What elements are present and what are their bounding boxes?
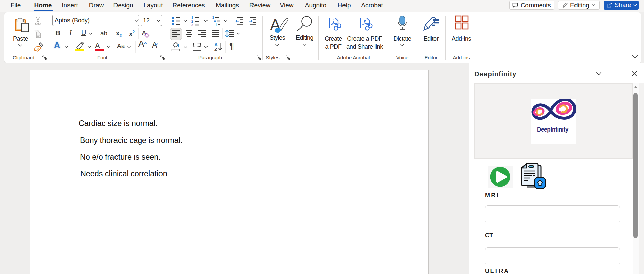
svg-text:a: a bbox=[214, 19, 216, 23]
svg-text:DeepInfinity: DeepInfinity bbox=[537, 126, 569, 133]
svg-text:i: i bbox=[216, 23, 217, 27]
svg-text:1: 1 bbox=[191, 16, 193, 20]
svg-text:2: 2 bbox=[191, 20, 193, 23]
svg-text:1: 1 bbox=[212, 16, 214, 19]
svg-text:3: 3 bbox=[191, 23, 193, 27]
svg-text:Z: Z bbox=[214, 47, 217, 52]
